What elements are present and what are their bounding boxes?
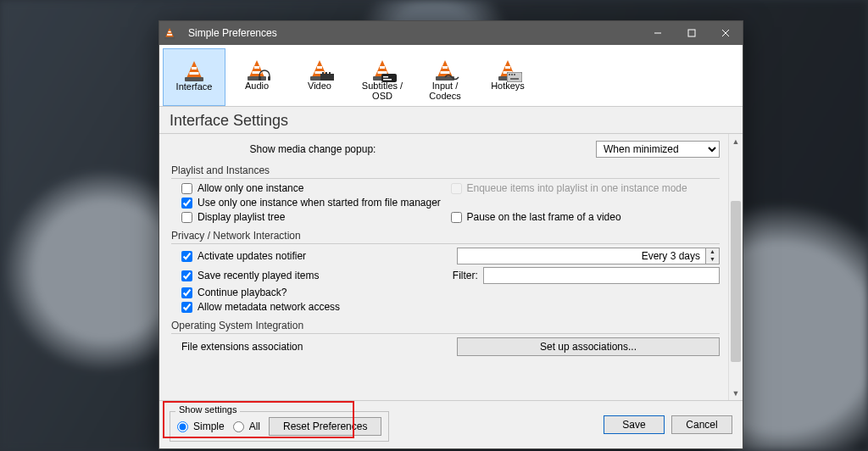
enqueue-one-instance-checkbox: Enqueue items into playlist in one insta… <box>451 182 687 194</box>
svg-rect-6 <box>320 74 334 81</box>
scroll-thumb[interactable] <box>731 201 741 362</box>
media-change-popup-label: Show media change popup: <box>181 143 444 155</box>
scroll-down-icon[interactable]: ▼ <box>729 386 743 400</box>
show-settings-legend: Show settings <box>175 404 240 415</box>
tab-hotkeys[interactable]: Hotkeys <box>476 48 539 106</box>
cancel-button[interactable]: Cancel <box>671 415 732 434</box>
close-button[interactable] <box>709 21 743 45</box>
continue-playback-checkbox[interactable]: Continue playback? <box>181 287 287 298</box>
svg-rect-11 <box>383 76 388 78</box>
svg-rect-8 <box>326 72 327 74</box>
pause-last-frame-checkbox[interactable]: Pause on the last frame of a video <box>451 211 621 223</box>
svg-rect-16 <box>514 74 515 75</box>
subtitle-icon <box>381 74 397 82</box>
tab-interface[interactable]: Interface <box>163 48 225 106</box>
file-assoc-label: File extensions association <box>181 341 303 353</box>
tab-input-codecs[interactable]: Input / Codecs <box>414 48 476 106</box>
updates-interval-spinner[interactable]: Every 3 days ▲▼ <box>457 248 720 264</box>
preferences-window: Simple Preferences Interface Audio Video <box>159 20 743 449</box>
activate-updates-checkbox[interactable]: Activate updates notifier <box>181 250 306 262</box>
minimize-button[interactable] <box>641 21 675 45</box>
svg-rect-5 <box>268 76 270 81</box>
filter-label: Filter: <box>451 270 483 281</box>
chevron-down-icon[interactable]: ▼ <box>706 256 719 264</box>
group-privacy-title: Privacy / Network Interaction <box>171 230 720 244</box>
svg-rect-4 <box>259 76 261 81</box>
display-playlist-tree-checkbox[interactable]: Display playlist tree <box>181 211 285 223</box>
svg-rect-14 <box>509 74 510 75</box>
show-settings-all-radio[interactable]: All <box>233 420 260 432</box>
category-tabstrip: Interface Audio Video Subtitles / OSD In… <box>159 45 743 107</box>
tab-label: Input / Codecs <box>415 81 475 101</box>
tab-video[interactable]: Video <box>288 48 351 106</box>
group-os-title: Operating System Integration <box>171 320 720 334</box>
titlebar[interactable]: Simple Preferences <box>159 21 743 45</box>
svg-rect-12 <box>383 79 392 81</box>
tab-audio[interactable]: Audio <box>225 48 288 106</box>
svg-rect-17 <box>510 78 519 80</box>
tab-label: Video <box>290 81 349 91</box>
cable-icon <box>444 72 459 82</box>
save-button[interactable]: Save <box>604 415 665 434</box>
app-icon <box>164 22 183 44</box>
minimize-icon <box>654 29 662 37</box>
maximize-button[interactable] <box>675 21 709 45</box>
tab-label: Audio <box>227 81 287 91</box>
allow-one-instance-checkbox[interactable]: Allow only one instance <box>181 182 303 194</box>
tab-label: Subtitles / OSD <box>353 81 412 101</box>
svg-rect-10 <box>381 74 397 82</box>
keyboard-icon <box>507 72 522 82</box>
show-settings-group: Show settings Simple All Reset Preferenc… <box>170 411 389 442</box>
tab-label: Interface <box>165 81 223 92</box>
setup-associations-button[interactable]: Set up associations... <box>457 337 720 356</box>
filter-input[interactable] <box>483 267 720 284</box>
svg-rect-13 <box>507 72 522 82</box>
group-playlist-title: Playlist and Instances <box>171 164 720 179</box>
svg-rect-1 <box>688 30 695 36</box>
show-settings-simple-radio[interactable]: Simple <box>177 420 225 432</box>
dialog-footer: Show settings Simple All Reset Preferenc… <box>159 400 743 448</box>
svg-rect-15 <box>511 74 513 75</box>
reset-preferences-button[interactable]: Reset Preferences <box>269 417 381 436</box>
svg-rect-7 <box>322 72 324 74</box>
tab-subtitles[interactable]: Subtitles / OSD <box>351 48 414 106</box>
close-icon <box>721 29 730 37</box>
use-one-instance-fm-checkbox[interactable]: Use only one instance when started from … <box>181 197 441 209</box>
page-title: Interface Settings <box>159 107 743 134</box>
svg-rect-9 <box>329 72 331 74</box>
window-title: Simple Preferences <box>188 27 641 39</box>
chevron-up-icon[interactable]: ▲ <box>706 248 719 256</box>
film-icon <box>320 72 334 82</box>
maximize-icon <box>687 29 696 37</box>
vertical-scrollbar[interactable]: ▲ ▼ <box>728 134 743 400</box>
media-change-popup-select[interactable]: When minimized <box>596 141 720 158</box>
save-recent-checkbox[interactable]: Save recently played items <box>181 270 319 281</box>
scroll-up-icon[interactable]: ▲ <box>729 134 743 148</box>
headphones-icon <box>258 69 271 82</box>
settings-scroll-area: Show media change popup: When minimized … <box>159 134 728 400</box>
metadata-network-checkbox[interactable]: Allow metadata network access <box>181 301 340 313</box>
